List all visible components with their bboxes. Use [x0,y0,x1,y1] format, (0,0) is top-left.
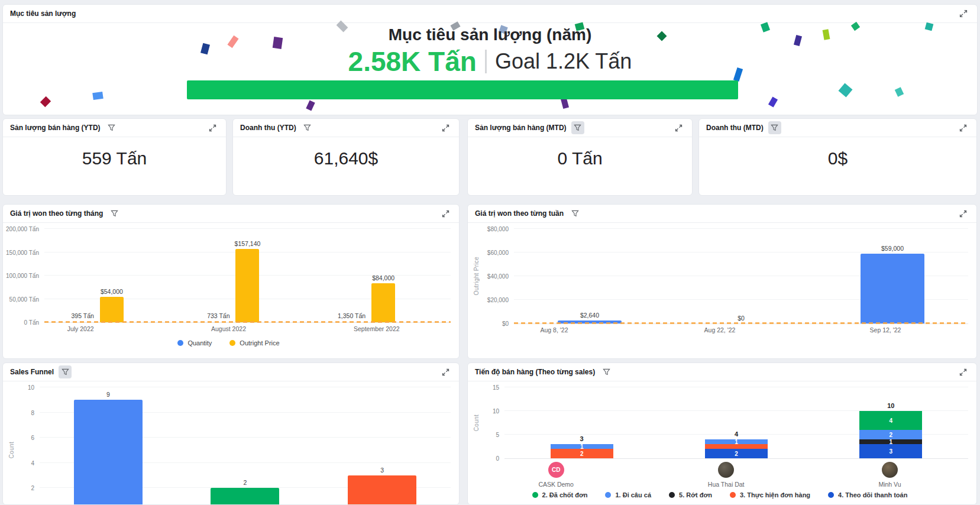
kpi-title: Doanh thu (YTD) [240,124,296,132]
person-name: Minh Vu [878,481,901,488]
y-tick-label: 100,000 Tấn [6,273,39,279]
expand-icon[interactable] [956,121,969,134]
kpi-value: 61,640$ [314,148,378,169]
goal-panel-title: Mục tiêu sản lượng [10,9,76,18]
filter-icon[interactable] [105,121,118,134]
y-tick-label: 4 [31,459,34,466]
legend-item[interactable]: Quantity [177,339,212,347]
bar-segment[interactable]: 1 [705,439,768,444]
bar[interactable] [211,488,279,504]
expand-icon[interactable] [206,121,219,134]
chart-title: Giá trị won theo từng tháng [10,209,103,218]
bar-segment[interactable]: 2 [551,449,613,458]
avatar[interactable] [882,462,898,478]
legend-dot [605,492,611,498]
bar-slot: $59,000 [861,229,924,323]
filter-icon[interactable] [568,207,581,220]
bar-slot: 2 [211,387,279,504]
bar[interactable] [100,297,124,322]
gridline [504,458,968,459]
x-axis-labels: Aug 8, '22Aug 22, '22Sep 12, '22 [471,326,968,337]
expand-icon[interactable] [439,121,452,134]
plot-area: 923 [40,387,451,504]
expand-icon[interactable] [957,7,970,20]
legend-label: 5. Rớt đơn [679,491,712,498]
legend-item[interactable]: 1. Đi câu cá [605,491,651,498]
filter-icon[interactable] [59,365,72,378]
bar[interactable] [371,283,395,322]
y-tick-label: 0 Tấn [24,319,39,326]
legend-item[interactable]: Outright Price [229,339,279,347]
kpi-value: 0 Tấn [557,148,602,169]
bar-segment[interactable]: 2 [859,430,922,439]
y-tick-label: $40,000 [487,273,509,280]
bar-value-label: 2 [244,479,247,486]
bar-segment[interactable] [705,444,768,449]
legend-dot [669,492,675,498]
bar-value-label: 3 [380,467,384,474]
expand-icon[interactable] [956,365,969,378]
y-tick-label: 150,000 Tấn [6,249,39,255]
confetti-piece [227,35,238,48]
bar-segment[interactable]: 1 [551,444,613,449]
avatar[interactable]: CD [548,462,564,478]
bar-slots: 312412104213 [504,387,968,458]
x-tick-label: Aug 22, '22 [637,326,803,337]
filter-icon[interactable] [600,365,613,378]
chart-legend: 2. Đã chốt đơn1. Đi câu cá5. Rớt đơn3. T… [471,488,968,501]
y-tick-label: 15 [493,384,499,391]
filter-icon[interactable] [301,121,314,134]
filter-icon[interactable] [108,207,121,220]
kpi-card-san-luong-mtd: Sản lượng bán hàng (MTD) 0 Tấn [467,118,693,196]
bar-segment[interactable]: 1 [859,439,922,444]
legend-label: 3. Thực hiện đơn hàng [740,491,810,498]
legend-dot [532,492,538,498]
filter-icon[interactable] [571,121,584,134]
stacked-bar-slot: 104213 [859,387,922,458]
chart-legend: QuantityOutright Price [7,336,451,349]
legend-label: 1. Đi câu cá [615,491,651,498]
expand-icon[interactable] [956,207,969,220]
person-name: CASK Demo [538,481,574,488]
legend-item[interactable]: 2. Đã chốt đơn [532,491,588,498]
confetti-piece [200,43,210,55]
confetti-piece [895,87,904,96]
bar-segment[interactable]: 4 [859,411,922,430]
y-tick-label: 2 [31,485,34,491]
bar[interactable] [235,249,259,322]
confetti-piece [273,37,283,49]
bar[interactable] [74,400,143,504]
confetti-piece [761,22,770,32]
x-tick-label: Aug 8, '22 [471,326,637,337]
confetti-piece [794,35,802,46]
legend-item[interactable]: 4. Theo dõi thanh toán [828,491,907,498]
stacked-bar[interactable]: 12 [705,439,768,458]
stacked-bar-chart-sales-progress: Count051015312412104213CDCASK DemoHua Th… [468,381,976,504]
stacked-bar[interactable]: 4213 [859,411,922,458]
goal-title: Mục tiêu sản lượng (năm) [389,25,592,44]
stacked-bar[interactable]: 12 [551,444,613,458]
bar-value-label: $0 [738,315,745,322]
expand-icon[interactable] [439,365,452,378]
x-axis-labels: July 2022August 2022September 2022 [7,325,451,336]
y-tick-label: 200,000 Tấn [6,226,39,232]
expand-icon[interactable] [439,207,452,220]
y-tick-label: $0 [502,321,509,327]
legend-item[interactable]: 5. Rớt đơn [669,491,712,498]
bar[interactable] [348,475,416,504]
y-axis-ticks: $0$20,000$40,000$60,000$80,000 [481,229,514,323]
avatar[interactable] [718,462,734,478]
expand-icon[interactable] [672,121,685,134]
bar-segment[interactable]: 3 [859,444,922,458]
bar[interactable] [861,254,924,323]
y-tick-label: 5 [496,432,499,438]
y-tick-label: 10 [493,408,499,415]
legend-dot [177,340,183,346]
bar-segment[interactable]: 2 [705,449,768,458]
kpi-title: Doanh thu (MTD) [706,124,764,132]
y-tick-label: 10 [28,384,34,391]
filter-icon[interactable] [768,121,781,134]
legend-item[interactable]: 3. Thực hiện đơn hàng [730,491,810,498]
confetti-piece [839,83,853,98]
plot-row: Count051015312412104213 [471,387,968,458]
